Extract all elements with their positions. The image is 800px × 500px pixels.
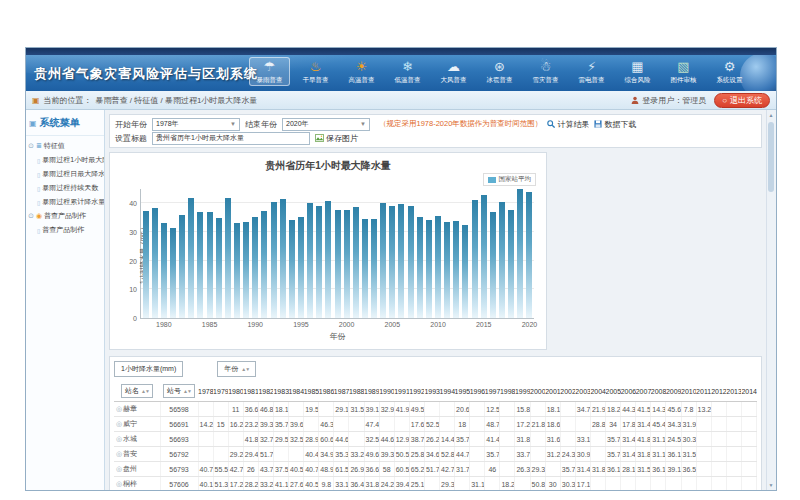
year-header-1997[interactable]: 1997 <box>485 381 500 402</box>
sort-icons[interactable]: ▲▼ <box>141 388 149 394</box>
table-row-56598[interactable]: ◎赫章565981136.646.818.119.529.131.539.132… <box>114 402 757 417</box>
row-radio[interactable]: ◎ <box>116 480 122 487</box>
start-year-select[interactable]: 1978年 ▼ <box>152 118 240 131</box>
logout-button[interactable]: ○ 退出系统 <box>714 93 770 108</box>
tree-toggle-icon[interactable]: ⊙ <box>28 212 34 220</box>
year-header-1982[interactable]: 1982 <box>258 381 273 402</box>
value-cell: 58 <box>379 462 394 477</box>
sidebar-group-1[interactable]: ⊙◉普查产品制作 <box>28 209 104 223</box>
year-header-1987[interactable]: 1987 <box>334 381 349 402</box>
year-header-1995[interactable]: 1995 <box>455 381 470 402</box>
year-header-2009[interactable]: 2009 <box>666 381 681 402</box>
scroll-down-icon[interactable]: ▼ <box>767 481 775 489</box>
data-download-button[interactable]: 数据下载 <box>594 119 636 130</box>
row-radio[interactable]: ◎ <box>116 465 122 472</box>
year-header-2004[interactable]: 2004 <box>590 381 605 402</box>
sort-icons[interactable]: ▲▼ <box>241 366 249 372</box>
sidebar-item[interactable]: ▯暴雨过程累计降水量 <box>28 195 104 209</box>
year-header-1985[interactable]: 1985 <box>304 381 319 402</box>
value-cell: 29.1 <box>334 402 349 417</box>
year-header-1996[interactable]: 1996 <box>470 381 485 402</box>
table-row-56691[interactable]: ◎威宁5669114.21516.223.239.335.739.646.347… <box>114 417 757 432</box>
sidebar-item[interactable]: ▯暴雨过程1小时最大降水量 <box>28 153 104 167</box>
value-type-chip[interactable]: 1小时降水量(mm) <box>114 361 183 377</box>
year-header-1992[interactable]: 1992 <box>409 381 424 402</box>
table-row-56793[interactable]: ◎盘州5679340.755.542.72643.737.540.540.748… <box>114 462 757 477</box>
nav-item-high-temp[interactable]: ☀高温普查 <box>341 57 382 86</box>
year-header-2011[interactable]: 2011 <box>696 381 711 402</box>
station-id-header[interactable]: 站号▲▼ <box>163 384 195 398</box>
year-header-1986[interactable]: 1986 <box>319 381 334 402</box>
year-header-1994[interactable]: 1994 <box>440 381 455 402</box>
row-radio[interactable]: ◎ <box>116 435 122 442</box>
year-header-2008[interactable]: 2008 <box>651 381 666 402</box>
year-header-2014[interactable]: 2014 <box>741 381 756 402</box>
year-header-1993[interactable]: 1993 <box>424 381 439 402</box>
year-header-2003[interactable]: 2003 <box>575 381 590 402</box>
year-header-1978[interactable]: 1978 <box>198 381 213 402</box>
end-year-select[interactable]: 2020年 ▼ <box>282 118 370 131</box>
year-header-2013[interactable]: 2013 <box>726 381 741 402</box>
chart-title-input[interactable]: 贵州省历年1小时最大降水量 <box>152 132 310 145</box>
year-header-2012[interactable]: 2012 <box>711 381 726 402</box>
year-header-1983[interactable]: 1983 <box>273 381 288 402</box>
nav-item-hail[interactable]: ⊛冰雹普查 <box>479 57 520 86</box>
value-cell: 40.7 <box>304 462 319 477</box>
year-header-1988[interactable]: 1988 <box>349 381 364 402</box>
year-header-2010[interactable]: 2010 <box>681 381 696 402</box>
sidebar-item[interactable]: ▯普查产品制作 <box>28 223 104 237</box>
nav-item-risk[interactable]: ▦综合风险 <box>617 57 658 86</box>
value-cell: 26 <box>243 462 258 477</box>
value-cell <box>711 447 726 462</box>
year-header-1998[interactable]: 1998 <box>500 381 515 402</box>
nav-item-low-temp[interactable]: ❄低温普查 <box>387 57 428 86</box>
nav-item-label: 干旱普查 <box>298 75 334 84</box>
row-radio[interactable]: ◎ <box>116 405 122 412</box>
row-radio[interactable]: ◎ <box>116 450 122 457</box>
bar-1997 <box>316 206 322 318</box>
nav-item-wind[interactable]: ☁大风普查 <box>433 57 474 86</box>
row-radio[interactable]: ◎ <box>116 420 122 427</box>
year-header-1999[interactable]: 1999 <box>515 381 530 402</box>
value-cell: 36.1 <box>606 462 621 477</box>
year-header-1991[interactable]: 1991 <box>394 381 409 402</box>
tree-toggle-icon[interactable]: ⊙ <box>28 142 34 150</box>
table-row-56693[interactable]: ◎水城5669341.832.729.532.528.960.644.632.5… <box>114 432 757 447</box>
table-row-57606[interactable]: ◎桐梓5760640.151.317.228.233.241.127.640.5… <box>114 477 757 491</box>
year-header-1979[interactable]: 1979 <box>213 381 228 402</box>
sort-icons[interactable]: ▲▼ <box>183 388 191 394</box>
nav-item-lightning[interactable]: ⚡雷电普查 <box>571 57 612 86</box>
table-row-56792[interactable]: ◎普安5679229.229.451.740.434.935.333.249.6… <box>114 447 757 462</box>
x-tick-label: 2005 <box>385 321 401 328</box>
bar-1980 <box>161 223 167 318</box>
year-header-2007[interactable]: 2007 <box>636 381 651 402</box>
chart-legend[interactable]: 国家站平均 <box>483 173 537 186</box>
year-header-1989[interactable]: 1989 <box>364 381 379 402</box>
year-header-1984[interactable]: 1984 <box>289 381 304 402</box>
scrollbar-thumb[interactable] <box>768 122 774 192</box>
scroll-up-icon[interactable]: ▲ <box>767 111 775 119</box>
year-header-1981[interactable]: 1981 <box>243 381 258 402</box>
sidebar-item[interactable]: ▯暴雨过程持续天数 <box>28 181 104 195</box>
station-name-header[interactable]: 站名▲▼ <box>121 384 153 398</box>
year-header-2000[interactable]: 2000 <box>530 381 545 402</box>
year-header-2006[interactable]: 2006 <box>621 381 636 402</box>
sidebar-group-0[interactable]: ⊙≣特征值 <box>28 139 104 153</box>
vertical-scrollbar[interactable]: ▲ ▼ <box>766 110 776 490</box>
year-sort-chip[interactable]: 年份 ▲▼ <box>217 361 256 377</box>
year-header-2001[interactable]: 2001 <box>545 381 560 402</box>
sidebar-item[interactable]: ▯暴雨过程日最大降水量 <box>28 167 104 181</box>
year-header-1980[interactable]: 1980 <box>228 381 243 402</box>
nav-item-drought[interactable]: ♨干旱普查 <box>295 57 336 86</box>
year-header-1990[interactable]: 1990 <box>379 381 394 402</box>
nav-item-snow[interactable]: ☃雪灾普查 <box>525 57 566 86</box>
nav-item-map-review[interactable]: ▧图件审核 <box>663 57 704 86</box>
nav-item-settings[interactable]: ⚙系统设置 <box>709 57 750 86</box>
nav-item-rainstorm[interactable]: ☂暴雨普查 <box>249 57 290 86</box>
year-header-2002[interactable]: 2002 <box>560 381 575 402</box>
year-header-2005[interactable]: 2005 <box>606 381 621 402</box>
calc-result-button[interactable]: 计算结果 <box>547 119 589 130</box>
bar-2017 <box>499 202 505 318</box>
rain-cloud-icon: ☂ <box>250 59 289 75</box>
save-image-button[interactable]: 保存图片 <box>315 133 358 144</box>
